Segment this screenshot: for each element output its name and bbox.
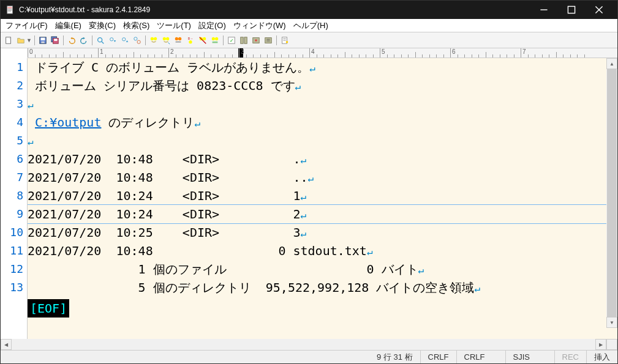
svg-point-20 xyxy=(134,37,137,40)
menu-convert[interactable]: 変換(C) xyxy=(85,19,119,32)
redo-button[interactable] xyxy=(78,35,89,46)
type-button[interactable]: ✓ xyxy=(226,35,237,46)
horizontal-scrollbar[interactable]: ◀ ▶ xyxy=(1,339,617,350)
svg-point-32 xyxy=(203,37,206,40)
line-number: 13 xyxy=(1,278,23,297)
find-icon-4[interactable]: B→ xyxy=(185,35,196,46)
newline-mark: ↵ xyxy=(474,283,480,294)
line-number: 9 xyxy=(1,205,23,223)
newline-mark: ↵ xyxy=(309,62,315,74)
search-next-button[interactable] xyxy=(107,35,118,46)
text-line[interactable]: 2021/07/20 10:48 <DIR> .↵ xyxy=(28,150,617,168)
svg-rect-36 xyxy=(213,41,218,43)
status-newline1: CRLF xyxy=(421,351,457,363)
svg-point-24 xyxy=(163,37,166,40)
search-button[interactable] xyxy=(95,35,106,46)
find-icon-3[interactable] xyxy=(173,35,184,46)
undo-button[interactable] xyxy=(66,35,77,46)
svg-rect-2 xyxy=(8,9,12,9)
scroll-up-icon[interactable]: ▲ xyxy=(606,58,617,69)
find-icon-6[interactable] xyxy=(209,35,220,46)
text-line[interactable]: 5 個のディレクトリ 95,522,992,128 バイトの空き領域↵ xyxy=(28,278,617,297)
svg-rect-3 xyxy=(8,10,12,10)
status-insert: 挿入 xyxy=(587,351,617,363)
maximize-button[interactable] xyxy=(557,1,585,19)
text-line[interactable]: 2021/07/20 10:48 <DIR> ..↵ xyxy=(28,168,617,187)
text-line[interactable]: ドライブ C のボリューム ラベルがありません。↵ xyxy=(28,58,617,76)
line-number: 1 xyxy=(1,58,23,76)
save-button[interactable] xyxy=(37,35,48,46)
window-controls xyxy=(530,1,612,19)
line-number: 2 xyxy=(1,76,23,95)
menubar: ファイル(F) 編集(E) 変換(C) 検索(S) ツール(T) 設定(O) ウ… xyxy=(1,19,617,32)
find-icon-1[interactable] xyxy=(148,35,159,46)
svg-point-30 xyxy=(189,40,192,43)
scroll-right-icon[interactable]: ▶ xyxy=(595,339,606,350)
text-line[interactable]: 2021/07/20 10:48 0 stdout.txt↵ xyxy=(28,242,617,260)
app-icon xyxy=(6,5,15,15)
menu-file[interactable]: ファイル(F) xyxy=(2,19,51,32)
text-content[interactable]: ドライブ C のボリューム ラベルがありません。↵ ボリューム シリアル番号は … xyxy=(28,58,617,339)
save-all-button[interactable] xyxy=(50,35,61,46)
menu-help[interactable]: ヘルプ(H) xyxy=(290,19,332,32)
tool-icon-2[interactable] xyxy=(251,35,262,46)
text-line[interactable]: C:¥output のディレクトリ↵ xyxy=(28,113,617,132)
svg-rect-1 xyxy=(8,7,12,9)
text-line[interactable]: 2021/07/20 10:25 <DIR> 3↵ xyxy=(28,223,617,242)
scroll-down-icon[interactable]: ▼ xyxy=(606,317,617,328)
text-line[interactable]: 1 個のファイル 0 バイト↵ xyxy=(28,260,617,278)
line-number: 11 xyxy=(1,242,23,260)
text-line[interactable]: ボリューム シリアル番号は 0823-CCC8 です↵ xyxy=(28,76,617,95)
eof-marker: [EOF] xyxy=(28,299,69,318)
ruler: 01234567 xyxy=(28,48,617,58)
open-dropdown-icon[interactable]: ▼ xyxy=(26,37,32,43)
text-line[interactable]: 2021/07/20 10:24 <DIR> 1↵ xyxy=(28,187,617,205)
line-number: 12 xyxy=(1,260,23,278)
svg-point-23 xyxy=(154,37,157,40)
newline-mark: ↵ xyxy=(301,154,307,166)
text-line[interactable]: ↵ xyxy=(28,132,617,150)
status-row-col: 9 行 31 桁 xyxy=(369,351,421,363)
svg-point-34 xyxy=(212,37,215,40)
tool-icon-4[interactable] xyxy=(279,35,290,46)
menu-window[interactable]: ウィンドウ(W) xyxy=(230,19,290,32)
svg-line-17 xyxy=(102,41,104,43)
menu-search[interactable]: 検索(S) xyxy=(119,19,153,32)
path-link[interactable]: C:¥output xyxy=(35,115,101,130)
line-number: 6 xyxy=(1,150,23,168)
newline-mark: ↵ xyxy=(194,117,200,129)
app-window: C:¥output¥stdout.txt - sakura 2.4.1.2849… xyxy=(0,0,618,364)
statusbar: 9 行 31 桁 CRLF CRLF SJIS REC 挿入 xyxy=(1,350,617,363)
minimize-button[interactable] xyxy=(530,1,557,19)
menu-setting[interactable]: 設定(O) xyxy=(195,19,230,32)
search-prev-button[interactable] xyxy=(119,35,130,46)
open-file-button[interactable] xyxy=(15,35,26,46)
close-button[interactable] xyxy=(585,1,612,19)
newline-mark: ↵ xyxy=(295,81,301,92)
newline-mark: ↵ xyxy=(28,136,34,147)
new-file-button[interactable] xyxy=(3,35,14,46)
text-line[interactable]: ↵ xyxy=(28,95,617,113)
svg-text:B→: B→ xyxy=(188,37,194,40)
scroll-left-icon[interactable]: ◀ xyxy=(1,339,12,350)
svg-rect-39 xyxy=(241,37,243,43)
menu-tool[interactable]: ツール(T) xyxy=(153,19,195,32)
text-line[interactable]: 2021/07/20 10:24 <DIR> 2↵ xyxy=(28,204,617,224)
status-rec: REC xyxy=(555,351,587,363)
ruler-tick: 5 xyxy=(380,48,385,58)
replace-button[interactable] xyxy=(132,35,143,46)
vertical-scrollbar[interactable]: ▲ ▼ xyxy=(606,58,617,328)
tool-icon-1[interactable] xyxy=(238,35,249,46)
editor-area: 12345678910111213 ドライブ C のボリューム ラベルがありませ… xyxy=(1,58,617,339)
ruler-tick: 3 xyxy=(239,48,244,58)
find-icon-2[interactable] xyxy=(160,35,171,46)
scroll-thumb[interactable] xyxy=(607,69,617,317)
svg-point-42 xyxy=(255,39,257,42)
svg-rect-43 xyxy=(265,37,272,43)
newline-mark: ↵ xyxy=(418,264,424,276)
newline-mark: ↵ xyxy=(301,209,307,221)
svg-point-16 xyxy=(98,37,102,42)
menu-edit[interactable]: 編集(E) xyxy=(51,19,85,32)
tool-icon-3[interactable] xyxy=(263,35,274,46)
find-icon-5[interactable] xyxy=(197,35,208,46)
